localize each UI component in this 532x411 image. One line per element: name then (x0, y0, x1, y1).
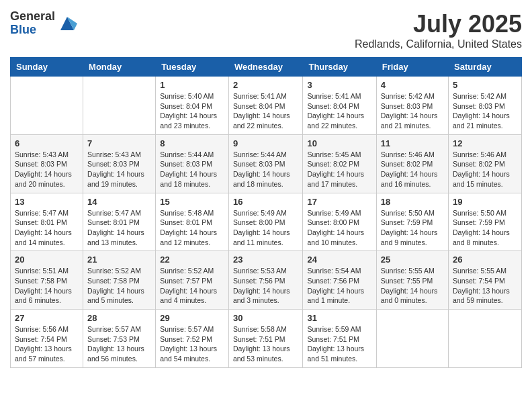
calendar-cell (83, 77, 156, 135)
calendar-table: SundayMondayTuesdayWednesdayThursdayFrid… (10, 57, 522, 368)
day-number: 1 (160, 80, 224, 90)
calendar-cell: 4Sunrise: 5:42 AM Sunset: 8:03 PM Daylig… (376, 77, 448, 135)
day-number: 21 (87, 255, 151, 265)
calendar-cell: 30Sunrise: 5:58 AM Sunset: 7:51 PM Dayli… (228, 310, 303, 368)
day-number: 29 (160, 313, 224, 323)
day-info: Sunrise: 5:41 AM Sunset: 8:04 PM Dayligh… (307, 91, 371, 131)
day-number: 22 (160, 255, 224, 265)
day-info: Sunrise: 5:46 AM Sunset: 8:02 PM Dayligh… (381, 150, 444, 189)
calendar-cell: 11Sunrise: 5:46 AM Sunset: 8:02 PM Dayli… (376, 134, 448, 193)
day-info: Sunrise: 5:45 AM Sunset: 8:02 PM Dayligh… (307, 150, 371, 189)
calendar-cell: 8Sunrise: 5:44 AM Sunset: 8:03 PM Daylig… (156, 134, 229, 193)
day-number: 8 (160, 138, 224, 148)
calendar-cell: 13Sunrise: 5:47 AM Sunset: 8:01 PM Dayli… (11, 193, 83, 251)
day-info: Sunrise: 5:48 AM Sunset: 8:01 PM Dayligh… (160, 208, 224, 248)
calendar-cell: 6Sunrise: 5:43 AM Sunset: 8:03 PM Daylig… (11, 134, 83, 193)
calendar-cell: 23Sunrise: 5:53 AM Sunset: 7:56 PM Dayli… (228, 251, 303, 310)
day-number: 2 (233, 80, 299, 90)
weekday-header-thursday: Thursday (303, 58, 376, 77)
calendar-cell: 29Sunrise: 5:57 AM Sunset: 7:52 PM Dayli… (156, 310, 229, 368)
week-row-1: 1Sunrise: 5:40 AM Sunset: 8:04 PM Daylig… (11, 77, 522, 135)
day-info: Sunrise: 5:58 AM Sunset: 7:51 PM Dayligh… (233, 324, 299, 364)
day-info: Sunrise: 5:51 AM Sunset: 7:58 PM Dayligh… (15, 266, 79, 306)
weekday-header-row: SundayMondayTuesdayWednesdayThursdayFrid… (11, 58, 522, 77)
day-info: Sunrise: 5:47 AM Sunset: 8:01 PM Dayligh… (15, 208, 79, 248)
day-info: Sunrise: 5:47 AM Sunset: 8:01 PM Dayligh… (87, 208, 151, 248)
weekday-header-sunday: Sunday (11, 58, 83, 77)
day-number: 5 (453, 80, 517, 90)
day-info: Sunrise: 5:43 AM Sunset: 8:03 PM Dayligh… (87, 150, 151, 189)
logo-general: General (10, 10, 55, 24)
calendar-cell: 5Sunrise: 5:42 AM Sunset: 8:03 PM Daylig… (449, 77, 522, 135)
day-info: Sunrise: 5:41 AM Sunset: 8:04 PM Dayligh… (233, 91, 299, 131)
calendar-cell: 1Sunrise: 5:40 AM Sunset: 8:04 PM Daylig… (156, 77, 229, 135)
weekday-header-saturday: Saturday (449, 58, 522, 77)
day-number: 10 (307, 138, 371, 148)
day-info: Sunrise: 5:44 AM Sunset: 8:03 PM Dayligh… (160, 150, 224, 189)
day-info: Sunrise: 5:53 AM Sunset: 7:56 PM Dayligh… (233, 266, 299, 306)
day-number: 3 (307, 80, 371, 90)
day-info: Sunrise: 5:57 AM Sunset: 7:52 PM Dayligh… (160, 324, 224, 364)
calendar-cell: 20Sunrise: 5:51 AM Sunset: 7:58 PM Dayli… (11, 251, 83, 310)
day-info: Sunrise: 5:49 AM Sunset: 8:00 PM Dayligh… (233, 208, 299, 248)
day-number: 15 (160, 197, 224, 207)
day-number: 24 (307, 255, 371, 265)
day-info: Sunrise: 5:55 AM Sunset: 7:54 PM Dayligh… (453, 266, 517, 306)
day-number: 14 (87, 197, 151, 207)
calendar-cell (449, 310, 522, 368)
day-info: Sunrise: 5:55 AM Sunset: 7:55 PM Dayligh… (381, 266, 444, 306)
day-number: 19 (453, 197, 517, 207)
calendar-cell (11, 77, 83, 135)
week-row-2: 6Sunrise: 5:43 AM Sunset: 8:03 PM Daylig… (11, 134, 522, 193)
calendar-cell: 12Sunrise: 5:46 AM Sunset: 8:02 PM Dayli… (449, 134, 522, 193)
calendar-cell: 15Sunrise: 5:48 AM Sunset: 8:01 PM Dayli… (156, 193, 229, 251)
weekday-header-monday: Monday (83, 58, 156, 77)
calendar-cell: 10Sunrise: 5:45 AM Sunset: 8:02 PM Dayli… (303, 134, 376, 193)
day-info: Sunrise: 5:42 AM Sunset: 8:03 PM Dayligh… (381, 91, 444, 131)
day-info: Sunrise: 5:52 AM Sunset: 7:57 PM Dayligh… (160, 266, 224, 306)
location-title: Redlands, California, United States (355, 38, 522, 50)
day-number: 13 (15, 197, 79, 207)
calendar-cell: 14Sunrise: 5:47 AM Sunset: 8:01 PM Dayli… (83, 193, 156, 251)
day-info: Sunrise: 5:50 AM Sunset: 7:59 PM Dayligh… (453, 208, 517, 248)
weekday-header-friday: Friday (376, 58, 448, 77)
logo-blue: Blue (10, 24, 55, 37)
calendar-cell: 26Sunrise: 5:55 AM Sunset: 7:54 PM Dayli… (449, 251, 522, 310)
day-info: Sunrise: 5:57 AM Sunset: 7:53 PM Dayligh… (87, 324, 151, 364)
day-number: 7 (87, 138, 151, 148)
week-row-5: 27Sunrise: 5:56 AM Sunset: 7:54 PM Dayli… (11, 310, 522, 368)
calendar-cell: 3Sunrise: 5:41 AM Sunset: 8:04 PM Daylig… (303, 77, 376, 135)
day-info: Sunrise: 5:44 AM Sunset: 8:03 PM Dayligh… (233, 150, 299, 189)
calendar-cell: 28Sunrise: 5:57 AM Sunset: 7:53 PM Dayli… (83, 310, 156, 368)
calendar-cell: 7Sunrise: 5:43 AM Sunset: 8:03 PM Daylig… (83, 134, 156, 193)
calendar-cell: 25Sunrise: 5:55 AM Sunset: 7:55 PM Dayli… (376, 251, 448, 310)
calendar-cell: 27Sunrise: 5:56 AM Sunset: 7:54 PM Dayli… (11, 310, 83, 368)
week-row-4: 20Sunrise: 5:51 AM Sunset: 7:58 PM Dayli… (11, 251, 522, 310)
day-number: 12 (453, 138, 517, 148)
day-info: Sunrise: 5:50 AM Sunset: 7:59 PM Dayligh… (381, 208, 444, 248)
day-number: 23 (233, 255, 299, 265)
calendar-cell: 2Sunrise: 5:41 AM Sunset: 8:04 PM Daylig… (228, 77, 303, 135)
week-row-3: 13Sunrise: 5:47 AM Sunset: 8:01 PM Dayli… (11, 193, 522, 251)
month-title: July 2025 (355, 10, 522, 38)
logo: General Blue (10, 10, 77, 37)
day-number: 18 (381, 197, 444, 207)
day-info: Sunrise: 5:59 AM Sunset: 7:51 PM Dayligh… (307, 324, 371, 364)
day-info: Sunrise: 5:46 AM Sunset: 8:02 PM Dayligh… (453, 150, 517, 189)
day-number: 31 (307, 313, 371, 323)
day-number: 27 (15, 313, 79, 323)
title-block: July 2025 Redlands, California, United S… (355, 10, 522, 50)
page-header: General Blue July 2025 Redlands, Califor… (10, 10, 522, 50)
day-info: Sunrise: 5:43 AM Sunset: 8:03 PM Dayligh… (15, 150, 79, 189)
calendar-cell: 24Sunrise: 5:54 AM Sunset: 7:56 PM Dayli… (303, 251, 376, 310)
day-info: Sunrise: 5:56 AM Sunset: 7:54 PM Dayligh… (15, 324, 79, 364)
calendar-cell: 9Sunrise: 5:44 AM Sunset: 8:03 PM Daylig… (228, 134, 303, 193)
calendar-cell: 19Sunrise: 5:50 AM Sunset: 7:59 PM Dayli… (449, 193, 522, 251)
weekday-header-wednesday: Wednesday (228, 58, 303, 77)
day-number: 30 (233, 313, 299, 323)
day-number: 26 (453, 255, 517, 265)
day-number: 6 (15, 138, 79, 148)
weekday-header-tuesday: Tuesday (156, 58, 229, 77)
calendar-cell: 16Sunrise: 5:49 AM Sunset: 8:00 PM Dayli… (228, 193, 303, 251)
calendar-cell: 22Sunrise: 5:52 AM Sunset: 7:57 PM Dayli… (156, 251, 229, 310)
